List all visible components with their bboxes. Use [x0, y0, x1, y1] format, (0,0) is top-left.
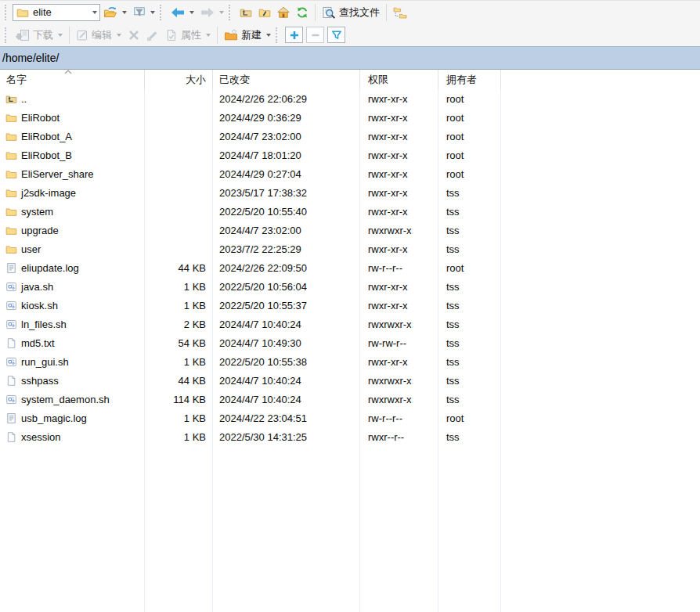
file-owner: tss	[438, 352, 501, 371]
file-changed: 2022/5/30 14:31:25	[213, 427, 360, 446]
file-name: sshpass	[21, 375, 59, 387]
file-row[interactable]: EliRobot2024/4/29 0:36:29rwxr-xr-xroot	[0, 108, 700, 127]
file-name: md5.txt	[21, 337, 55, 349]
file-row[interactable]: upgrade2024/4/7 23:02:00rwxrwxr-xtss	[0, 221, 700, 239]
file-manager-remote-panel: elite	[0, 0, 700, 612]
file-size	[145, 239, 213, 258]
filter-files-button[interactable]	[130, 2, 158, 22]
file-name: user	[21, 243, 41, 255]
file-row[interactable]: eliupdate.log44 KB2024/2/26 22:09:50rw-r…	[0, 258, 700, 277]
column-header-size[interactable]: 大小	[145, 70, 213, 89]
chevron-down-icon	[150, 11, 155, 14]
file-row[interactable]: user2023/7/2 22:25:29rwxr-xr-xtss	[0, 239, 700, 258]
refresh-button[interactable]	[293, 2, 312, 22]
file-owner: tss	[438, 296, 501, 315]
folder-icon	[5, 225, 17, 236]
toolbar-grip[interactable]	[5, 27, 9, 43]
root-directory-button[interactable]	[255, 2, 274, 22]
file-rights: rwxr-xr-x	[360, 127, 438, 146]
sort-ascending-icon	[64, 70, 72, 74]
file-row[interactable]: j2sdk-image2023/5/17 17:38:32rwxr-xr-xts…	[0, 183, 700, 202]
forward-button[interactable]	[197, 2, 227, 22]
find-files-button[interactable]: 查找文件	[319, 2, 383, 22]
add-filter-button[interactable]	[285, 27, 303, 43]
session-selector[interactable]: elite	[13, 4, 100, 21]
new-button[interactable]: 新建	[221, 25, 274, 45]
chevron-down-icon	[189, 11, 194, 14]
home-directory-button[interactable]	[274, 2, 293, 22]
file-changed: 2024/4/7 23:02:00	[213, 127, 360, 146]
file-row[interactable]: EliServer_share2024/4/29 0:27:04rwxr-xr-…	[0, 164, 700, 183]
script-file-icon	[5, 300, 17, 311]
remove-filter-button[interactable]	[306, 27, 324, 43]
file-name: ln_files.sh	[21, 319, 67, 330]
column-header-owner[interactable]: 拥有者	[438, 70, 501, 89]
download-button[interactable]: 下载	[13, 25, 66, 45]
file-row[interactable]: system2022/5/20 10:55:40rwxr-xr-xtss	[0, 202, 700, 221]
column-header-name[interactable]: 名字	[0, 70, 145, 89]
delete-x-icon	[128, 29, 140, 41]
folder-icon	[16, 6, 29, 19]
file-owner: root	[438, 258, 501, 277]
properties-button[interactable]: 属性	[162, 25, 214, 45]
file-rights: rw-r--r--	[360, 258, 438, 277]
toolbar-grip[interactable]	[5, 5, 9, 20]
chevron-down-icon	[117, 34, 121, 37]
file-size: 2 KB	[145, 315, 213, 333]
synchronize-browsing-button[interactable]	[390, 2, 410, 22]
file-row[interactable]: xsession1 KB2022/5/30 14:31:25rwxr--r--t…	[0, 427, 700, 446]
folder-root-icon	[258, 6, 271, 19]
file-size: 1 KB	[145, 296, 213, 315]
file-owner: root	[438, 89, 501, 108]
new-folder-star-icon	[224, 29, 238, 41]
file-row[interactable]: EliRobot_A2024/4/7 23:02:00rwxr-xr-xroot	[0, 127, 700, 146]
folder-icon	[5, 187, 17, 199]
file-row[interactable]: usb_magic.log1 KB2024/4/22 23:04:51rw-r-…	[0, 409, 700, 427]
toolbar-grip[interactable]	[276, 27, 280, 43]
filter-toggle-button[interactable]	[327, 27, 345, 43]
file-name: upgrade	[21, 225, 59, 236]
column-header-rights[interactable]: 权限	[360, 70, 438, 89]
file-owner: root	[438, 409, 501, 427]
file-rights: rw-rw-r--	[360, 333, 438, 352]
file-changed: 2024/4/7 18:01:20	[213, 146, 360, 164]
file-row[interactable]: kiosk.sh1 KB2022/5/20 10:55:37rwxr-xr-xt…	[0, 296, 700, 315]
file-size	[145, 164, 213, 183]
path-bar[interactable]: /home/elite/	[0, 46, 700, 70]
rename-button[interactable]	[143, 25, 162, 45]
open-directory-button[interactable]	[100, 2, 130, 22]
back-button[interactable]	[168, 2, 197, 22]
toolbar-separator	[217, 27, 218, 44]
folder-icon	[5, 112, 17, 124]
plain-file-icon	[5, 337, 17, 349]
file-row[interactable]: system_daemon.sh114 KB2024/4/7 10:40:24r…	[0, 390, 700, 409]
file-size	[145, 221, 213, 239]
file-row[interactable]: java.sh1 KB2022/5/20 10:56:04rwxr-xr-xts…	[0, 277, 700, 296]
folder-up-icon	[240, 6, 252, 19]
funnel-icon	[133, 6, 146, 19]
minus-icon	[309, 29, 322, 41]
file-row[interactable]: sshpass44 KB2024/4/7 10:40:24rwxrwxr-xts…	[0, 371, 700, 390]
file-row[interactable]: run_gui.sh1 KB2022/5/20 10:55:38rwxr-xr-…	[0, 352, 700, 371]
file-rights: rwxrwxr-x	[360, 390, 438, 409]
file-changed: 2024/4/22 23:04:51	[213, 409, 360, 427]
file-size	[145, 146, 213, 164]
download-label: 下载	[33, 28, 53, 42]
file-row[interactable]: md5.txt54 KB2024/4/7 10:49:30rw-rw-r--ts…	[0, 333, 700, 352]
file-changed: 2022/5/20 10:55:38	[213, 352, 360, 371]
file-row[interactable]: EliRobot_B2024/4/7 18:01:20rwxr-xr-xroot	[0, 146, 700, 164]
edit-button[interactable]: 编辑	[73, 25, 124, 45]
file-rights: rwxrwxr-x	[360, 221, 438, 239]
file-row[interactable]: ln_files.sh2 KB2024/4/7 10:40:24rwxrwxr-…	[0, 315, 700, 333]
parent-directory-button[interactable]	[236, 2, 255, 22]
toolbar-grip[interactable]	[229, 5, 233, 20]
chevron-down-icon	[58, 34, 63, 37]
file-row[interactable]: ..2024/2/26 22:06:29rwxr-xr-xroot	[0, 89, 700, 108]
file-name: system_daemon.sh	[21, 394, 110, 405]
file-owner: tss	[438, 221, 501, 239]
file-size: 1 KB	[145, 277, 213, 296]
delete-button[interactable]	[124, 25, 143, 45]
column-header-changed[interactable]: 已改变	[213, 70, 360, 89]
toolbar-grip[interactable]	[160, 5, 164, 20]
file-owner: tss	[438, 390, 501, 409]
